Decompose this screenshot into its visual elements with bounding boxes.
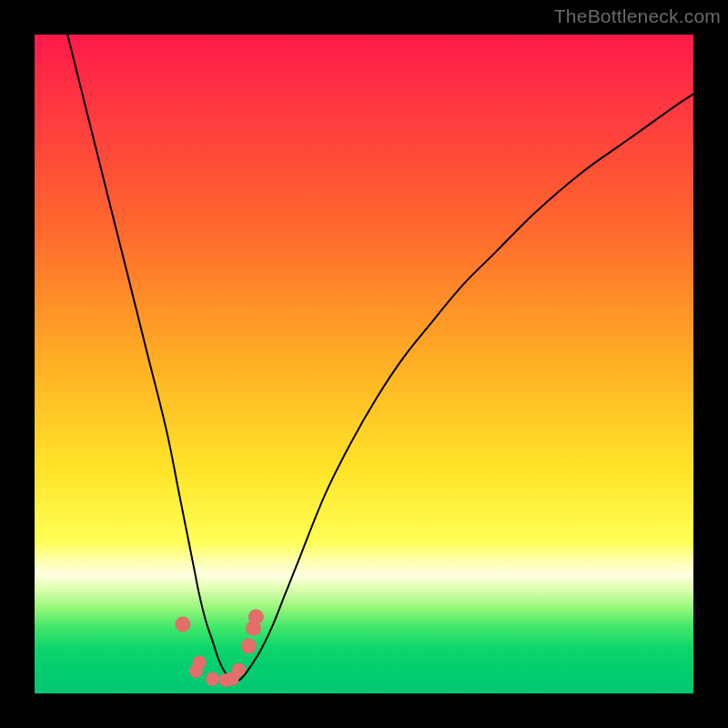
plot-area [35, 35, 693, 693]
curve-marker [193, 656, 207, 670]
curve-marker [248, 610, 264, 625]
curve-markers [175, 610, 263, 688]
watermark-text: TheBottleneck.com [554, 5, 721, 27]
curve-marker [206, 672, 219, 686]
chart-svg [35, 35, 693, 693]
bottleneck-curve [67, 35, 693, 681]
chart-container: TheBottleneck.com [0, 0, 728, 728]
curve-marker [241, 638, 257, 653]
curve-marker [232, 662, 246, 676]
curve-marker [175, 617, 190, 632]
